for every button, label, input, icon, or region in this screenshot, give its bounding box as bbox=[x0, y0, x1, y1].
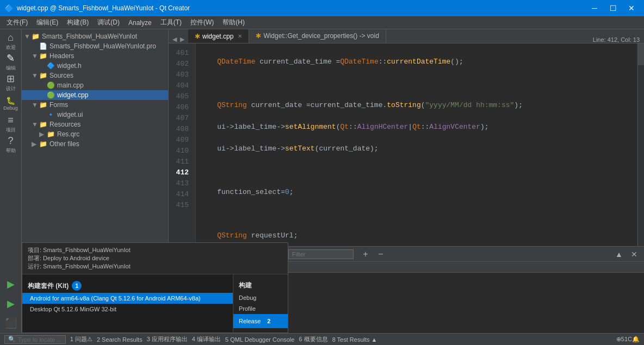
maximize-button[interactable]: ☐ bbox=[605, 0, 621, 16]
sidebar-debug-run[interactable]: ▶ bbox=[1, 294, 21, 313]
tab-get-device[interactable]: ✱ Widget::Get_device_properties() -> voi… bbox=[249, 29, 386, 43]
status-right: ⊕51C🔔 bbox=[616, 336, 640, 343]
search-placeholder[interactable]: Type to locate ... bbox=[18, 336, 62, 343]
tree-item-resources[interactable]: ▼ 📁 Resources bbox=[22, 120, 168, 129]
window-controls[interactable]: ─ ☐ ✕ bbox=[586, 0, 640, 16]
tree-item-widget-cpp[interactable]: 🟢 widget.cpp bbox=[22, 90, 168, 100]
status-left: 🔍 Type to locate ... 1 问题⚠ 2 Search Resu… bbox=[4, 335, 377, 344]
status-right-info: ⊕51C🔔 bbox=[616, 336, 640, 342]
tree-item-headers[interactable]: ▼ 📁 Headers bbox=[22, 51, 168, 61]
tab-close-widget-cpp[interactable]: ✕ bbox=[238, 33, 242, 39]
title-bar: 🔷 widget.cpp @ Smarts_Fishbowl_HuaWeiYun… bbox=[0, 0, 644, 16]
build-panel-header: 构建 bbox=[233, 279, 288, 292]
search-bar: 🔍 Type to locate ... bbox=[4, 335, 66, 344]
build-item-debug[interactable]: Debug bbox=[233, 292, 288, 303]
status-compile-output[interactable]: 4 编译输出 bbox=[192, 335, 221, 343]
tree-item-main-cpp[interactable]: 🟢 main.cpp bbox=[22, 80, 168, 90]
sidebar-welcome[interactable]: ⌂ 欢迎 bbox=[1, 32, 21, 51]
status-qml-debugger[interactable]: 5 QML Debugger Console bbox=[225, 336, 294, 343]
kit-info-run: 运行: Smarts_Fishbowl_HuaWeiYunIot bbox=[28, 263, 131, 269]
scroll-minimap bbox=[637, 43, 644, 246]
icon-sidebar: ⌂ 欢迎 ✎ 编辑 ⊞ 设计 🐛 Debug ≡ 项目 ? 帮助 ▶ ▶ ⬛ bbox=[0, 29, 22, 333]
menu-bar: 文件(F) 编辑(E) 构建(B) 调试(D) Analyze 工具(T) 控件… bbox=[0, 16, 644, 29]
tab-widget-cpp[interactable]: ✱ widget.cpp ✕ bbox=[188, 29, 249, 43]
tree-item-forms[interactable]: ▼ 📁 Forms bbox=[22, 100, 168, 110]
kit-item-arm64[interactable]: Android for arm64-v8a (Clang Qt 5.12.6 f… bbox=[22, 293, 233, 304]
tree-item-pro[interactable]: 📄 Smarts_Fishbowl_HuaWeiYunIot.pro bbox=[22, 41, 168, 51]
menu-edit[interactable]: 编辑(E) bbox=[32, 17, 63, 28]
tab-modified-icon2: ✱ bbox=[256, 32, 261, 40]
tree-item-res-qrc[interactable]: ▶ 📁 Res.qrc bbox=[22, 129, 168, 139]
kit-badge-1: 1 bbox=[72, 281, 82, 291]
status-test-results[interactable]: 8 Test Results ▲ bbox=[332, 336, 377, 343]
tab-label-get-device: Widget::Get_device_properties() -> void bbox=[263, 32, 379, 40]
build-badge-2: 2 bbox=[264, 316, 274, 326]
sidebar-debug[interactable]: 🐛 Debug bbox=[1, 93, 21, 113]
tree-item-widget-ui[interactable]: 🔹 widget.ui bbox=[22, 110, 168, 120]
tab-nav-right[interactable]: ▶ bbox=[178, 36, 186, 43]
kit-item-desktop[interactable]: Desktop Qt 5.12.6 MinGW 32-bit bbox=[22, 304, 233, 315]
build-item-release[interactable]: Release 2 bbox=[233, 314, 288, 328]
menu-analyze[interactable]: Analyze bbox=[124, 18, 156, 28]
kit-info-project: 项目: Smarts_Fishbowl_HuaWeiYunIot bbox=[28, 247, 131, 253]
sidebar-stop[interactable]: ⬛ bbox=[1, 313, 21, 333]
search-icon: 🔍 bbox=[8, 336, 16, 343]
app-icon: 🔷 bbox=[4, 4, 14, 12]
menu-build[interactable]: 构建(B) bbox=[63, 17, 93, 28]
tab-modified-icon: ✱ bbox=[195, 33, 200, 40]
kit-info-deploy: 部署: Deploy to Android device bbox=[28, 255, 109, 261]
menu-tools[interactable]: 工具(T) bbox=[156, 17, 186, 28]
code-container: 401 402 403 404 405 406 407 408 409 410 … bbox=[169, 43, 644, 246]
filter-input[interactable] bbox=[288, 249, 354, 259]
menu-help[interactable]: 帮助(H) bbox=[218, 17, 249, 28]
status-search-results[interactable]: 2 Search Results bbox=[97, 336, 143, 343]
toolbar-add-btn[interactable]: + bbox=[360, 249, 371, 260]
status-issues[interactable]: 1 问题⚠ bbox=[70, 335, 92, 343]
sidebar-design[interactable]: ⊞ 设计 bbox=[1, 73, 21, 92]
tab-bar: ◀ ▶ ✱ widget.cpp ✕ ✱ Widget::Get_device_… bbox=[169, 29, 644, 43]
window-title: widget.cpp @ Smarts_Fishbowl_HuaWeiYunIo… bbox=[17, 4, 190, 12]
tree-item-sources[interactable]: ▼ 📁 Sources bbox=[22, 71, 168, 80]
toolbar-close-panel-btn[interactable]: ✕ bbox=[629, 249, 640, 260]
minimize-button[interactable]: ─ bbox=[586, 0, 603, 16]
build-panel: 构建 Debug Profile Release 2 bbox=[233, 274, 288, 333]
kit-overlay: 项目: Smarts_Fishbowl_HuaWeiYunIot 部署: Dep… bbox=[22, 242, 288, 333]
sidebar-run[interactable]: ▶ bbox=[1, 274, 21, 294]
code-editor[interactable]: QDateTime current_date_time =QDateTime::… bbox=[196, 43, 637, 246]
status-app-output[interactable]: 3 应用程序输出 bbox=[147, 335, 188, 343]
toolbar-collapse-btn[interactable]: ▲ bbox=[614, 249, 624, 260]
kit-header-label: 构建套件 (Kit) bbox=[28, 281, 69, 291]
line-info: Line: 412, Col: 13 bbox=[593, 36, 640, 43]
tree-item-widget-h[interactable]: 🔷 widget.h bbox=[22, 61, 168, 71]
kit-list-panel: 构建套件 (Kit) 1 Android for arm64-v8a (Clan… bbox=[22, 274, 233, 333]
tree-item-other-files[interactable]: ▶ 📁 Other files bbox=[22, 139, 168, 149]
kit-overlay-content: 构建套件 (Kit) 1 Android for arm64-v8a (Clan… bbox=[22, 274, 288, 333]
menu-debug[interactable]: 调试(D) bbox=[93, 17, 124, 28]
kit-list-header: 构建套件 (Kit) 1 bbox=[22, 279, 233, 293]
menu-file[interactable]: 文件(F) bbox=[2, 17, 32, 28]
tab-bar-right: Line: 412, Col: 13 bbox=[593, 36, 644, 43]
tree-item-root[interactable]: ▼ 📁 Smarts_Fishbowl_HuaWeiYunIot bbox=[22, 32, 168, 41]
close-button[interactable]: ✕ bbox=[623, 0, 640, 16]
toolbar-minus-btn[interactable]: − bbox=[375, 249, 386, 260]
sidebar-project[interactable]: ≡ 项目 bbox=[1, 114, 21, 134]
status-bar: 🔍 Type to locate ... 1 问题⚠ 2 Search Resu… bbox=[0, 333, 644, 345]
tab-label-widget-cpp: widget.cpp bbox=[202, 33, 233, 40]
sidebar-help[interactable]: ? 帮助 bbox=[1, 135, 21, 154]
kit-overlay-header: 项目: Smarts_Fishbowl_HuaWeiYunIot 部署: Dep… bbox=[22, 243, 288, 274]
tab-nav-left[interactable]: ◀ bbox=[171, 36, 178, 43]
status-overview[interactable]: 6 概要信息 bbox=[299, 335, 327, 343]
line-numbers: 401 402 403 404 405 406 407 408 409 410 … bbox=[169, 43, 196, 246]
sidebar-edit[interactable]: ✎ 编辑 bbox=[1, 52, 21, 72]
menu-controls[interactable]: 控件(W) bbox=[186, 17, 218, 28]
build-item-profile[interactable]: Profile bbox=[233, 303, 288, 314]
